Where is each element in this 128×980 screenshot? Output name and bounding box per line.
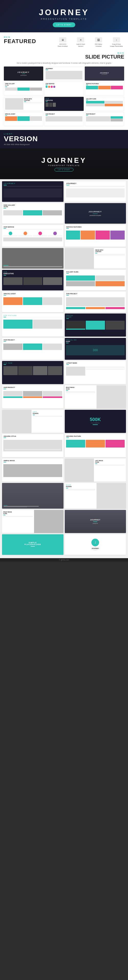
slide-simple-image: SIMPLE IMAGE: [2, 458, 63, 482]
showcase-row-3: OUR SERVICE: [2, 225, 126, 247]
hero-subtitle: PRESENTATION TEMPLATE: [5, 18, 123, 20]
main-showcase: JOURNEY JOURNEY GRID GALLERY SLIDE: [0, 179, 128, 558]
slide-our-service: OUR SERVICE: [2, 225, 63, 247]
slide-our-project-wide: OUR PROJECT: [65, 292, 126, 312]
slide-special-event-dark: SPECIAL EVENT: [65, 313, 126, 337]
slide-main-title: SLIDE PICTURE: [85, 54, 124, 60]
hero-btn[interactable]: LET'S START: [53, 22, 75, 27]
thumb-special-event: SPECIAL EVENT: [4, 112, 43, 126]
showcase-row-product: OUR PRODUCT RIGHT IMAGE: [2, 385, 126, 409]
slide-pop-picture: POP PICTURE: [2, 313, 63, 337]
feature-slides: 🖼 250 SlidesIncluded: [91, 37, 106, 48]
showcase-row-1: JOURNEY JOURNEY: [2, 181, 126, 202]
slide-latest-news: LATEST NEWS: [65, 361, 126, 384]
showcase-row-5: OUR EXECUTIVE GALLERY SLIDE: [2, 270, 126, 290]
dark-hero-subtitle: POWERPOINT TEMPLATE: [48, 165, 80, 166]
slide-500k: 500K FOLLOWERS: [65, 410, 126, 433]
showcase-row-fashion: LEFT FASHION 500K FOLLOWERS: [2, 410, 126, 433]
dark-hero-title: JOURNEY: [41, 156, 87, 165]
light-version-section: LIGHT VERSION All Slide With White Backg…: [0, 130, 128, 148]
showcase-row-2: GRID GALLERY SLIDE JOURNEY powerpoint te…: [2, 203, 126, 224]
slide-journey-dark: JOURNEY: [2, 181, 63, 202]
slide-simple-placeholder: SIMPLE PLACEHOLDER: [2, 534, 63, 555]
drag-drop-icon: ↕: [113, 37, 120, 42]
showcase-row-team: OUR TEAM LATEST NEWS: [2, 361, 126, 384]
showcase-row-6: SPECIAL EVENT OUR PROJECT: [2, 292, 126, 312]
featured-title: FEATURED: [4, 38, 36, 45]
dark-hero-btn[interactable]: LET'S START: [55, 168, 73, 172]
thumb-our-project-1: OUR PROJECT: [44, 112, 84, 126]
watermark-text: © gfxtra.com: [59, 559, 69, 561]
watermark: © gfxtra.com: [0, 558, 128, 562]
slide-woman-photo: [2, 483, 63, 509]
slide-picture-section: MAIN SLIDE PICTURE Get a modern powerpoi…: [0, 50, 128, 130]
featured-label: MAIN: [4, 36, 36, 38]
slide-special-event: SPECIAL EVENT: [2, 292, 63, 312]
featured-section: MAIN FEATURED 🖥 16:9 & 4:3Ratio Included…: [0, 32, 128, 50]
slide-our-team: OUR TEAM: [2, 361, 63, 384]
slide-photo-bike: [2, 248, 63, 269]
slide-special-300-event: SPECIAL 300 EVENT 300: [65, 338, 126, 360]
light-dark-text: Light & DarkVersion: [76, 43, 85, 48]
slide-teal-end: J JOURNEY template: [65, 534, 126, 555]
slide-description: Get a modern powerpoint that is beautifu…: [4, 62, 124, 65]
light-dark-icon: ☀: [77, 37, 84, 42]
showcase-row-last-pair: RIGHT IMAGE SLIDE JOURNEY powerpoint: [2, 510, 126, 533]
slide-right-image: RIGHT IMAGE SLIDE: [65, 385, 126, 409]
slide-amazing-feature: AMAZING FEATURE: [65, 434, 126, 457]
slide-grid-gallery: GRID GALLERY SLIDE: [2, 203, 63, 224]
feature-drag-drop: ↕ Drag & DropImage Placeholder: [109, 37, 124, 48]
hero-title: JOURNEY: [5, 8, 123, 17]
slides-text: 250 SlidesIncluded: [95, 43, 102, 48]
slide-image-with-content: IMAGE WITH CONTENT: [65, 248, 126, 269]
thumb-our-service: OUR SERVICE: [44, 82, 84, 96]
light-subtitle: All Slide With White Background: [4, 143, 124, 145]
slide-runner-photo: JOURNEY powerpoint template: [65, 203, 126, 224]
slide-journey-white: JOURNEY: [65, 181, 126, 202]
ratio-text: 16:9 & 4:3Ratio Included: [58, 43, 68, 48]
slide-gallery-slide: GALLERY SLIDE: [65, 270, 126, 290]
showcase-row-7: POP PICTURE SPECIAL EVENT: [2, 313, 126, 337]
slides-icon: 🖼: [95, 37, 102, 42]
feature-light-dark: ☀ Light & DarkVersion: [73, 37, 88, 48]
slide-main-label: MAIN: [85, 52, 124, 54]
slides-preview-grid: JOURNEY powerpoint JOURNEY JOURNEY prese…: [4, 67, 124, 96]
drag-drop-text: Drag & DropImage Placeholder: [110, 43, 123, 48]
slides-preview-grid-3: SPECIAL EVENT OUR PROJECT OUR PROJECT: [4, 112, 124, 126]
ratio-icon: 🖥: [59, 37, 66, 42]
thumb-img-content: IMAGE WITH CONTENT: [4, 97, 43, 111]
hero-section: JOURNEY PRESENTATION TEMPLATE LET'S STAR…: [0, 0, 128, 32]
showcase-row-woman: RIGHT FASHION: [2, 483, 126, 509]
slide-our-project-photos: OUR PROJECT: [2, 338, 63, 360]
light-title: VERSION: [4, 135, 124, 143]
thumb-our-project-2: OUR PROJECT: [85, 112, 124, 126]
slide-amazing-style: AMAZING STYLE: [2, 434, 63, 457]
slide-left-image: LEFT IMAGE SLIDE: [65, 458, 126, 482]
showcase-row-simple: SIMPLE IMAGE LEFT IMAGE SLIDE: [2, 458, 126, 482]
slide-right-image-2: RIGHT IMAGE SLIDE: [2, 510, 63, 533]
slide-our-executive: OUR EXECUTIVE: [2, 270, 63, 290]
showcase-row-simple-placeholder: SIMPLE PLACEHOLDER J JOURNEY template: [2, 534, 126, 555]
slide-our-product: OUR PRODUCT: [2, 385, 63, 409]
thumb-grid-gallery: GRID GALLERY SLIDE: [4, 82, 43, 96]
slide-service-features: SERVICE FEATURES: [65, 225, 126, 247]
slides-preview-grid-2: IMAGE WITH CONTENT OUR EXECUTIVE GALLERY…: [4, 97, 124, 111]
thumb-service-features: SERVICE FEATURES: [85, 82, 124, 96]
feature-ratio: 🖥 16:9 & 4:3Ratio Included: [55, 37, 70, 48]
slide-right-fashion: RIGHT FASHION: [65, 483, 126, 509]
showcase-row-4: IMAGE WITH CONTENT: [2, 248, 126, 269]
slide-left-fashion: LEFT FASHION: [2, 410, 63, 433]
thumb-2: JOURNEY: [44, 67, 84, 81]
dark-hero-banner: JOURNEY POWERPOINT TEMPLATE LET'S START: [0, 148, 128, 179]
thumb-gallery-slide: GALLERY SLIDE: [85, 97, 124, 111]
thumb-1: JOURNEY powerpoint: [4, 67, 43, 81]
showcase-row-amazing: AMAZING STYLE AMAZING FEATURE: [2, 434, 126, 457]
thumb-runner: JOURNEY presentation: [85, 67, 124, 81]
light-label: LIGHT: [4, 133, 124, 135]
thumb-our-executive: OUR EXECUTIVE: [44, 97, 84, 111]
showcase-row-8: OUR PROJECT SPECIAL 300 EVENT 300: [2, 338, 126, 360]
slide-woman-hat: JOURNEY powerpoint: [65, 510, 126, 533]
